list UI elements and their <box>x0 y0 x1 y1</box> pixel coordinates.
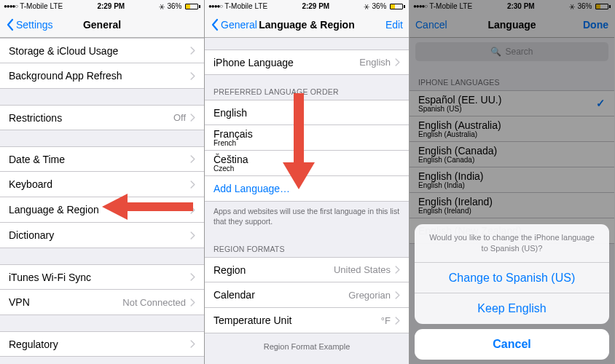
battery-icon <box>388 4 405 9</box>
carrier: T-Mobile <box>224 3 252 10</box>
row-keyboard[interactable]: Keyboard <box>0 172 204 197</box>
row-date-time[interactable]: Date & Time <box>0 146 204 172</box>
row-lang-french[interactable]: FrançaisFrench <box>205 125 409 151</box>
signal-dots: ●●●●○ <box>4 4 17 9</box>
row-region[interactable]: RegionUnited States <box>205 257 409 282</box>
bluetooth-icon: ⚹ <box>364 3 369 10</box>
language-region-list[interactable]: iPhone LanguageEnglish PREFERRED LANGUAG… <box>205 38 409 364</box>
row-temperature[interactable]: Temperature Unit°F <box>205 308 409 333</box>
navbar: General Language & Region Edit <box>205 12 409 38</box>
sheet-message: Would you like to change the iPhone lang… <box>415 224 609 263</box>
chevron-icon <box>190 181 195 189</box>
chevron-icon <box>190 47 195 55</box>
pane-language-picker: ●●●●○T-MobileLTE 2:30 PM ⚹36% Cancel Lan… <box>410 0 615 364</box>
row-language-region[interactable]: Language & Region <box>0 197 204 223</box>
chevron-icon <box>190 72 195 80</box>
status-bar: ●●●●○T-MobileLTE 2:29 PM ⚹36% <box>0 0 204 12</box>
bluetooth-icon: ⚹ <box>159 3 165 10</box>
pane-general: ●●●●○T-MobileLTE 2:29 PM ⚹36% Settings G… <box>0 0 205 364</box>
chevron-icon <box>190 298 195 306</box>
keep-language-button[interactable]: Keep English <box>415 293 609 324</box>
row-iphone-language[interactable]: iPhone LanguageEnglish <box>205 50 409 75</box>
sheet-cancel-button[interactable]: Cancel <box>415 329 609 360</box>
row-calendar[interactable]: CalendarGregorian <box>205 282 409 308</box>
section-footer: Apps and websites will use the first lan… <box>205 202 409 232</box>
battery-icon <box>184 4 200 9</box>
row-storage[interactable]: Storage & iCloud Usage <box>0 38 204 63</box>
chevron-icon <box>190 155 195 163</box>
chevron-icon <box>190 232 195 240</box>
row-lang-czech[interactable]: ČeštinaCzech <box>205 151 409 176</box>
network: LTE <box>50 3 63 10</box>
navbar: Settings General <box>0 12 204 38</box>
section-header: REGION FORMATS <box>205 232 409 257</box>
settings-list[interactable]: Storage & iCloud Usage Background App Re… <box>0 38 204 364</box>
row-restrictions[interactable]: RestrictionsOff <box>0 105 204 130</box>
pane-language-region: ●●●●○T-MobileLTE 2:29 PM ⚹36% General La… <box>205 0 410 364</box>
back-button[interactable]: General <box>211 18 257 31</box>
add-language-button[interactable]: Add Language… <box>205 176 409 202</box>
battery-pct: 36% <box>167 3 181 10</box>
chevron-icon <box>395 317 400 325</box>
row-vpn[interactable]: VPNNot Connected <box>0 290 204 315</box>
row-regulatory[interactable]: Regulatory <box>0 331 204 357</box>
status-bar: ●●●●○T-MobileLTE 2:29 PM ⚹36% <box>205 0 409 12</box>
region-format-example: Region Format Example <box>205 333 409 351</box>
chevron-icon <box>190 273 195 281</box>
chevron-icon <box>190 206 195 214</box>
clock: 2:29 PM <box>302 2 329 10</box>
section-header: PREFERRED LANGUAGE ORDER <box>205 75 409 100</box>
action-sheet: Would you like to change the iPhone lang… <box>415 224 609 360</box>
back-button[interactable]: Settings <box>6 18 53 31</box>
change-language-button[interactable]: Change to Spanish (US) <box>415 263 609 293</box>
row-itunes-wifi[interactable]: iTunes Wi-Fi Sync <box>0 264 204 290</box>
row-dictionary[interactable]: Dictionary <box>0 223 204 248</box>
chevron-icon <box>395 58 400 66</box>
row-background-refresh[interactable]: Background App Refresh <box>0 63 204 89</box>
row-lang-english[interactable]: English <box>205 100 409 125</box>
chevron-icon <box>190 114 195 122</box>
battery-pct: 36% <box>372 3 386 10</box>
signal-dots: ●●●●○ <box>208 4 222 9</box>
chevron-icon <box>395 291 400 299</box>
network: LTE <box>255 3 268 10</box>
chevron-icon <box>395 266 400 274</box>
edit-button[interactable]: Edit <box>385 19 403 31</box>
carrier: T-Mobile <box>20 3 47 10</box>
clock: 2:29 PM <box>97 2 125 10</box>
chevron-icon <box>190 340 195 348</box>
